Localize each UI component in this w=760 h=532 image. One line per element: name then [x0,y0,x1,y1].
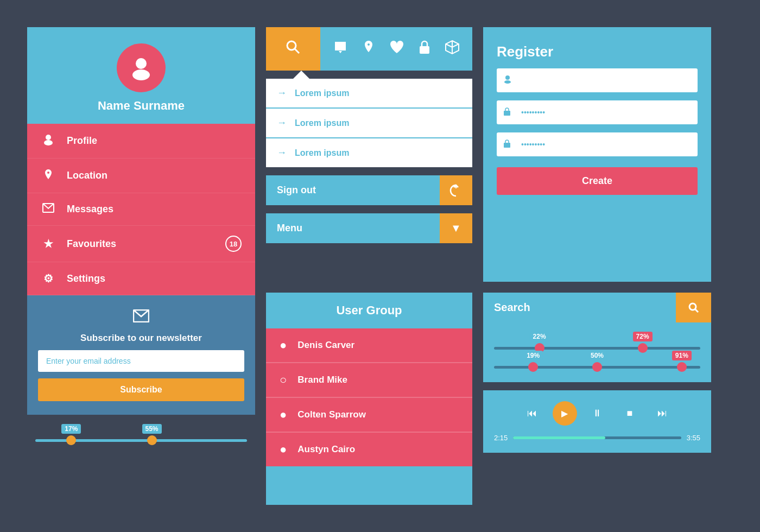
dropdown-item-3[interactable]: → Lorem ipsum [266,138,472,167]
svg-rect-7 [420,46,429,54]
slider-tag-22: 22% [530,332,549,341]
arrow-right-icon-1: → [277,87,287,99]
user-name: Name Surname [98,99,185,113]
dropdown-menu: → Lorem ipsum → Lorem ipsum → Lorem ipsu… [266,79,472,167]
chat-icon[interactable] [333,40,348,59]
newsletter-title: Subscribe to our newsletter [80,333,202,344]
user-name-1: Denis Carver [297,340,354,351]
user-group-item-4[interactable]: ● Austyn Cairo [266,433,472,466]
slider-label-1: 17% [61,424,81,434]
cube-icon[interactable] [445,40,460,59]
signout-button[interactable]: Sign out [266,175,440,205]
password-wrapper [497,100,698,124]
nav-item-favourites[interactable]: ★ Favourites 18 [27,226,255,262]
pin-icon[interactable] [362,40,375,59]
nav-item-messages[interactable]: Messages [27,193,255,226]
nav-item-profile[interactable]: Profile [27,124,255,159]
media-controls: ⏮ ▶ ⏸ ■ ⏭ [494,401,700,426]
slider-tag-91: 91% [672,351,692,360]
svg-point-6 [287,41,296,50]
search-slider-2: 19% 50% 91% [494,366,700,369]
newsletter-section: Subscribe to our newsletter Subscribe [27,295,255,415]
search-slider-1: 22% 72% [494,347,700,350]
icon-bar-search-active[interactable] [266,27,320,71]
signout-row: Sign out [266,175,472,205]
confirm-password-input[interactable] [497,132,698,156]
signout-icon-box[interactable] [440,175,472,205]
newsletter-mail-icon [133,309,149,326]
nav-label-location: Location [67,170,107,181]
svg-point-2 [46,135,51,140]
arrow-right-icon-3: → [277,147,287,159]
media-player: ⏮ ▶ ⏸ ■ ⏭ 2:15 3:55 [483,390,711,453]
progress-track[interactable] [513,436,681,439]
left-slider: 17% 55% [35,439,247,442]
heart-icon[interactable] [389,40,404,58]
dropdown-text-3: Lorem ipsum [295,148,349,158]
slider-track-1[interactable]: 22% 72% [494,347,700,350]
slider-tag-19: 19% [523,351,543,360]
gear-icon: ⚙ [41,272,56,285]
user-group-item-1[interactable]: ● Denis Carver [266,328,472,363]
progress-row: 2:15 3:55 [494,434,700,442]
subscribe-button[interactable]: Subscribe [38,378,244,401]
user-group-item-3[interactable]: ● Colten Sparrow [266,398,472,433]
search-label: Search [483,293,676,322]
star-icon: ★ [41,237,56,250]
create-button[interactable]: Create [497,167,698,195]
rewind-button[interactable]: ⏮ [520,401,544,426]
status-dot-filled-4: ● [280,442,287,457]
username-input[interactable] [497,68,698,92]
password-input[interactable] [497,100,698,124]
svg-point-1 [132,69,150,80]
slider-tag-50: 50% [587,351,607,360]
slider-thumb-2[interactable] [147,435,157,445]
username-wrapper [497,68,698,92]
user-group-title: User Group [266,293,472,328]
search-icon-box[interactable] [676,293,711,322]
dropdown-arrow [293,71,309,79]
slider-thumb-1[interactable] [66,435,76,445]
user-group-item-2[interactable]: ○ Brand Mike [266,363,472,398]
search-panel: Search 22% 72% [483,293,711,382]
middle-top-panel: → Lorem ipsum → Lorem ipsum → Lorem ipsu… [266,27,472,282]
location-icon [41,168,56,183]
slider-marker-91[interactable] [677,362,687,372]
svg-point-0 [136,58,147,69]
username-icon [503,75,512,86]
fastforward-button[interactable]: ⏭ [650,401,675,426]
left-panel: Name Surname Profile Locatio [27,27,255,505]
slider-marker-72[interactable] [638,343,648,353]
nav-label-settings: Settings [67,273,105,284]
menu-row: Menu ▼ [266,213,472,243]
favourites-badge: 18 [225,236,242,252]
lock-icon[interactable] [419,40,430,59]
nav-item-settings[interactable]: ⚙ Settings [27,262,255,295]
nav-label-profile: Profile [67,135,97,147]
dropdown-item-2[interactable]: → Lorem ipsum [266,109,472,138]
nav-item-location[interactable]: Location [27,159,255,193]
pause-button[interactable]: ⏸ [585,401,610,426]
menu-icon-box[interactable]: ▼ [440,213,472,243]
stop-button[interactable]: ■ [618,401,642,426]
email-input[interactable] [38,350,244,372]
left-slider-section: 17% 55% [27,415,255,458]
svg-point-9 [504,80,511,84]
register-panel: Register [483,27,711,282]
register-title: Register [497,43,698,60]
play-button[interactable]: ▶ [553,401,577,426]
user-name-2: Brand Mike [297,375,347,385]
user-name-4: Austyn Cairo [297,444,355,455]
arrow-right-icon-2: → [277,117,287,129]
status-dot-filled-3: ● [280,408,287,422]
slider-marker-50[interactable] [592,362,602,372]
sliders-section: 22% 72% 19% 50% 91% [483,322,711,382]
slider-track[interactable]: 17% 55% [35,439,247,442]
svg-point-3 [44,140,53,145]
dropdown-text-1: Lorem ipsum [295,88,349,98]
slider-track-2[interactable]: 19% 50% 91% [494,366,700,369]
slider-marker-19[interactable] [528,362,538,372]
dropdown-item-1[interactable]: → Lorem ipsum [266,79,472,109]
svg-point-8 [505,75,510,80]
menu-button[interactable]: Menu [266,213,440,243]
